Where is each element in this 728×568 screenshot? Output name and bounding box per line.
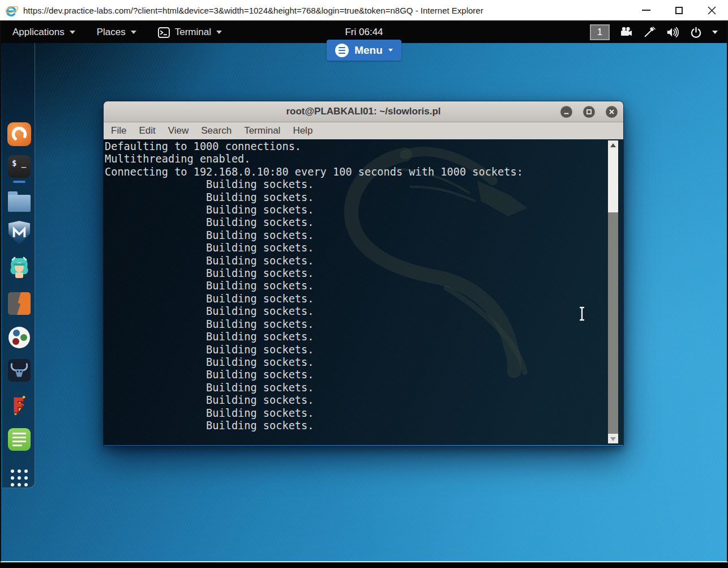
minimize-icon	[642, 10, 650, 11]
firefox-icon	[7, 122, 31, 146]
scroll-down-button[interactable]	[608, 434, 618, 443]
volume-icon	[666, 25, 679, 39]
power-icon	[689, 25, 703, 39]
terminal-icon	[158, 27, 170, 38]
scrollbar-thumb[interactable]	[608, 212, 618, 434]
menu-help[interactable]: Help	[286, 125, 319, 136]
terminal-output: Defaulting to 1000 connections. Multithr…	[105, 140, 523, 432]
chevron-down-icon	[131, 31, 136, 34]
browser-title: https://dev.practice-labs.com/?client=ht…	[23, 6, 483, 15]
terminal-content: Defaulting to 1000 connections. Multithr…	[104, 139, 623, 445]
chevron-down-icon	[388, 49, 393, 52]
chevron-down-icon	[712, 31, 718, 34]
terminal-close-button[interactable]	[606, 106, 618, 118]
show-applications-button[interactable]	[7, 465, 32, 490]
close-icon	[609, 109, 615, 115]
dock-item-leafpad[interactable]	[7, 427, 32, 452]
dock-item-burpsuite[interactable]	[7, 291, 32, 316]
places-menu-label: Places	[97, 27, 126, 38]
close-button[interactable]	[695, 0, 728, 20]
panel-menus: Applications Places Terminal	[1, 27, 222, 38]
terminal-titlebar[interactable]: root@PLABKALI01: ~/slowloris.pl	[104, 101, 623, 122]
labs-menu-button[interactable]: Menu	[327, 40, 401, 61]
terminal-window: root@PLABKALI01: ~/slowloris.pl File Edi…	[104, 101, 623, 446]
screen: https://dev.practice-labs.com/?client=ht…	[0, 0, 728, 568]
internet-explorer-icon	[5, 3, 19, 17]
terminal-icon: $ _	[8, 155, 31, 178]
maximize-button[interactable]	[662, 0, 695, 20]
minimize-icon	[563, 109, 569, 115]
chevron-down-icon	[70, 31, 75, 34]
labs-menu-label: Menu	[354, 44, 383, 57]
menu-edit[interactable]: Edit	[132, 125, 161, 136]
terminal-menu-label: Terminal	[175, 27, 211, 38]
terminal-menubar: File Edit View Search Terminal Help	[104, 122, 623, 139]
chevron-down-icon	[216, 31, 222, 34]
app-grid-icon	[11, 469, 28, 486]
beef-bull-icon	[8, 359, 31, 382]
close-icon	[708, 6, 716, 15]
minimize-button[interactable]	[629, 0, 662, 20]
leafpad-icon	[8, 428, 31, 451]
maximize-icon	[675, 7, 683, 14]
active-app-indicator	[13, 181, 25, 183]
workspace-indicator[interactable]: 1	[590, 24, 610, 40]
screen-record-icon	[619, 25, 633, 39]
armitage-icon	[8, 257, 31, 279]
dock-item-beef[interactable]	[7, 358, 32, 383]
favorites-dock: $ _	[2, 43, 35, 488]
terminal-title: root@PLABKALI01: ~/slowloris.pl	[286, 106, 440, 117]
wired-network-icon	[643, 25, 656, 39]
folder-icon	[8, 195, 31, 212]
ibeam-cursor	[578, 306, 586, 321]
terminal-maximize-button[interactable]	[583, 106, 595, 118]
places-menu[interactable]: Places	[97, 27, 136, 38]
menu-file[interactable]: File	[105, 125, 132, 136]
metasploit-shield-icon	[8, 221, 30, 245]
window-controls	[629, 0, 728, 20]
faraday-icon	[8, 394, 30, 416]
applications-menu[interactable]: Applications	[12, 27, 75, 38]
clock[interactable]: Fri 06:44	[345, 27, 383, 38]
arrow-down-icon	[610, 437, 616, 441]
burpsuite-icon	[8, 292, 31, 315]
menu-view[interactable]: View	[162, 125, 195, 136]
maximize-icon	[586, 109, 592, 115]
terminal-window-controls	[560, 106, 618, 118]
dock-item-terminal[interactable]: $ _	[7, 154, 32, 179]
terminal-scrollbar[interactable]	[608, 140, 618, 443]
hamburger-icon	[335, 44, 349, 57]
terminal-minimize-button[interactable]	[560, 106, 572, 118]
maltego-icon	[8, 327, 30, 348]
kali-desktop: Applications Places Terminal	[0, 22, 728, 562]
terminal-app-menu[interactable]: Terminal	[158, 27, 222, 38]
scroll-up-button[interactable]	[608, 140, 618, 150]
dock-item-armitage[interactable]	[7, 255, 32, 280]
dock-item-firefox[interactable]	[7, 122, 32, 147]
menu-terminal[interactable]: Terminal	[238, 125, 286, 136]
browser-titlebar[interactable]: https://dev.practice-labs.com/?client=ht…	[0, 0, 728, 22]
dock-item-metasploit[interactable]	[7, 220, 32, 245]
applications-menu-label: Applications	[12, 27, 65, 38]
arrow-up-icon	[610, 143, 616, 147]
dock-item-faraday[interactable]	[7, 392, 32, 417]
system-status-area[interactable]: 1	[590, 24, 727, 40]
menu-search[interactable]: Search	[195, 125, 238, 136]
dock-item-maltego[interactable]	[7, 325, 32, 350]
dock-item-files[interactable]	[7, 189, 32, 213]
